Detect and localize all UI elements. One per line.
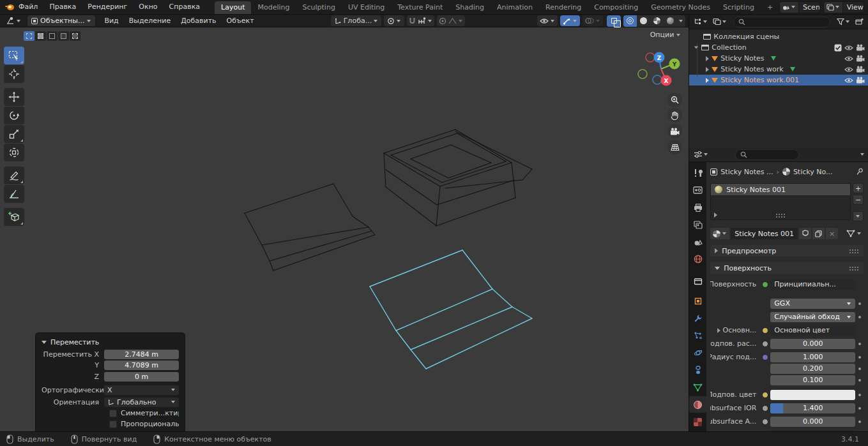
options-dropdown[interactable]: Опции bbox=[650, 31, 681, 39]
panel-preview-header[interactable]: Предпросмотр bbox=[710, 245, 864, 256]
tab-object[interactable] bbox=[689, 293, 706, 309]
radius-z-field[interactable]: 0.100 bbox=[770, 375, 855, 385]
expand-closed-icon[interactable] bbox=[706, 67, 709, 72]
tab-compositing[interactable]: Compositing bbox=[588, 1, 644, 14]
tab-shading[interactable]: Shading bbox=[449, 1, 491, 14]
properties-options-chevron[interactable] bbox=[860, 153, 865, 156]
subsurface-slider[interactable]: 0.000 bbox=[770, 339, 855, 349]
menu-add[interactable]: Добавить bbox=[176, 17, 221, 25]
base-color-field[interactable]: Основной цвет bbox=[770, 325, 855, 336]
menu-render[interactable]: Рендеринг bbox=[82, 0, 133, 14]
node-tree-button[interactable] bbox=[844, 228, 864, 239]
tool-rotate-button[interactable] bbox=[4, 107, 24, 124]
surface-shader-button[interactable]: Принципиальн... bbox=[770, 279, 855, 290]
tab-uv-editing[interactable]: UV Editing bbox=[342, 1, 391, 14]
tab-scripting[interactable]: Scripting bbox=[717, 1, 761, 14]
falloff-curve-icon[interactable] bbox=[448, 17, 457, 25]
decorator-icon[interactable] bbox=[858, 368, 861, 370]
proportional-editing-checkbox-row[interactable]: Пропорциональное ре... bbox=[109, 420, 179, 429]
outliner-row-collection[interactable]: Collection bbox=[689, 42, 868, 53]
editor-type-button[interactable] bbox=[3, 15, 24, 26]
menu-help[interactable]: Справка bbox=[164, 0, 206, 14]
menu-object[interactable]: Объект bbox=[222, 17, 259, 25]
gizmo-axis-neg-z[interactable] bbox=[653, 75, 662, 84]
expand-closed-icon[interactable] bbox=[706, 78, 709, 83]
move-z-field[interactable]: 0 m bbox=[104, 372, 179, 382]
decorator-icon[interactable] bbox=[858, 302, 861, 305]
eye-icon[interactable] bbox=[844, 77, 853, 84]
viewlayer-name[interactable]: ViewLayer bbox=[843, 3, 864, 11]
operator-panel-header[interactable]: Переместить bbox=[42, 336, 179, 348]
gizmo-axis-neg-y[interactable] bbox=[638, 70, 647, 78]
eye-icon[interactable] bbox=[844, 66, 853, 73]
distribution-dropdown[interactable]: GGX bbox=[770, 299, 855, 309]
chevron-down-icon[interactable] bbox=[459, 20, 463, 22]
properties-search-input[interactable] bbox=[735, 149, 799, 160]
decorator-icon[interactable] bbox=[858, 316, 861, 318]
tab-animation[interactable]: Animation bbox=[491, 1, 539, 14]
magnet-icon[interactable] bbox=[409, 17, 416, 25]
tab-particles[interactable] bbox=[689, 327, 706, 344]
tool-add-cube-button[interactable] bbox=[4, 208, 24, 226]
tab-modeling[interactable]: Modeling bbox=[251, 1, 296, 14]
resize-grip[interactable] bbox=[775, 213, 786, 218]
menu-file[interactable]: Файл bbox=[13, 0, 43, 14]
tab-world[interactable] bbox=[689, 251, 706, 267]
new-material-button[interactable] bbox=[812, 228, 825, 239]
outliner-row-sticky-notes[interactable]: Sticky Notes bbox=[689, 53, 868, 64]
shading-solid-button[interactable] bbox=[637, 15, 650, 27]
select-mode-new-button[interactable] bbox=[24, 31, 34, 41]
tab-render[interactable] bbox=[689, 182, 706, 198]
overlays-toggle-dropdown[interactable] bbox=[582, 15, 603, 26]
browse-material-button[interactable] bbox=[710, 228, 729, 239]
show-visibility-dropdown[interactable] bbox=[537, 15, 558, 26]
tab-view-layer[interactable] bbox=[689, 216, 706, 233]
tab-scene[interactable] bbox=[689, 234, 706, 250]
properties-editor-type-button[interactable] bbox=[692, 149, 710, 160]
tab-sculpting[interactable]: Sculpting bbox=[296, 1, 342, 14]
expand-open-icon[interactable] bbox=[694, 47, 698, 49]
transform-orientation-dropdown[interactable]: Глоба... bbox=[331, 15, 381, 26]
outliner-search-input[interactable] bbox=[733, 17, 830, 27]
breadcrumb-object[interactable]: Sticky Notes ... bbox=[720, 168, 773, 176]
material-name-field[interactable]: Sticky Notes 001 bbox=[731, 228, 798, 239]
tool-cursor-button[interactable] bbox=[4, 65, 24, 83]
radius-x-field[interactable]: 1.000 bbox=[770, 352, 855, 362]
decorator-icon[interactable] bbox=[858, 379, 861, 382]
breadcrumb-material[interactable]: Sticky No... bbox=[793, 168, 833, 176]
tool-scale-button[interactable] bbox=[4, 125, 24, 143]
decorator-icon[interactable] bbox=[858, 394, 861, 396]
shading-rendered-button[interactable] bbox=[664, 15, 677, 27]
select-mode-intersect-button[interactable] bbox=[70, 31, 80, 41]
viewlayer-browse-button[interactable] bbox=[824, 2, 843, 13]
tab-layout[interactable]: Layout bbox=[215, 1, 251, 14]
tool-measure-button[interactable] bbox=[4, 185, 24, 203]
viewport-3d[interactable]: Объектны... Вид Выделение Добавить Объек… bbox=[0, 15, 689, 431]
camera-icon[interactable] bbox=[856, 44, 865, 51]
subsurface-color-swatch[interactable] bbox=[770, 390, 855, 400]
tab-texture-paint[interactable]: Texture Paint bbox=[391, 1, 449, 14]
tool-move-button[interactable] bbox=[4, 88, 24, 106]
tab-physics[interactable] bbox=[689, 345, 706, 361]
shading-material-button[interactable] bbox=[650, 15, 664, 27]
tab-output[interactable] bbox=[689, 199, 706, 216]
tab-rendering[interactable]: Rendering bbox=[539, 1, 588, 14]
navigation-gizmo[interactable]: Z Y X bbox=[634, 52, 682, 87]
decorator-icon[interactable] bbox=[858, 356, 861, 359]
pivot-point-dropdown[interactable] bbox=[384, 15, 404, 26]
shading-wireframe-button[interactable] bbox=[623, 15, 637, 27]
tab-tool[interactable] bbox=[689, 165, 706, 181]
camera-icon[interactable] bbox=[856, 77, 865, 84]
tab-object-data[interactable] bbox=[689, 379, 706, 396]
expand-closed-icon[interactable] bbox=[706, 56, 709, 61]
mirror-editing-checkbox-row[interactable]: Симметри...ктирование bbox=[109, 409, 179, 418]
subsurface-method-dropdown[interactable]: Случайный обход bbox=[770, 312, 855, 322]
eye-icon[interactable] bbox=[844, 45, 853, 51]
expand-closed-icon[interactable] bbox=[714, 212, 717, 218]
xray-toggle-button[interactable] bbox=[607, 15, 621, 27]
panel-surface-header[interactable]: Поверхность bbox=[710, 262, 864, 274]
radius-y-field[interactable]: 0.200 bbox=[770, 364, 855, 374]
add-workspace-button[interactable]: + bbox=[761, 1, 779, 14]
slot-specials-button[interactable] bbox=[853, 211, 864, 221]
mode-dropdown[interactable]: Объектны... bbox=[27, 15, 95, 26]
